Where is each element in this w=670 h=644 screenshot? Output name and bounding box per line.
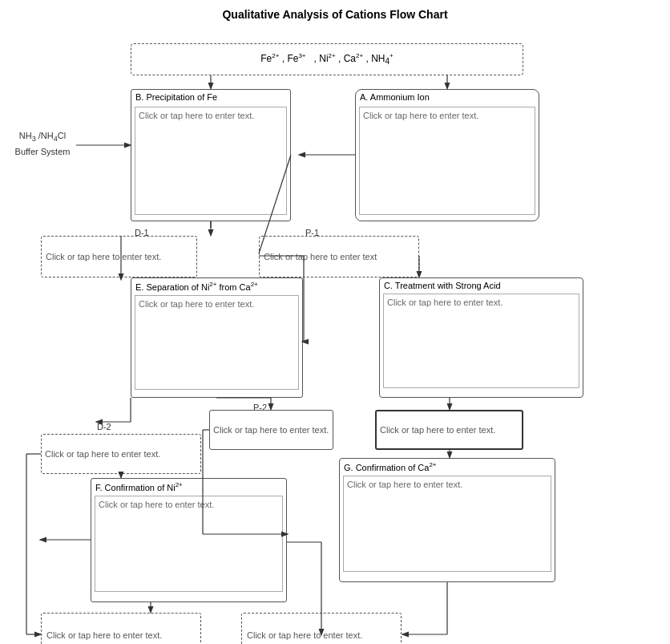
box-P2-right[interactable]: Click or tap here to enter text. — [375, 410, 523, 450]
box-A-content[interactable]: Click or tap here to enter text. — [359, 107, 535, 215]
box-F-content[interactable]: Click or tap here to enter text. — [95, 496, 283, 592]
box-G: G. Confirmation of Ca2+ Click or tap her… — [339, 458, 555, 582]
box-B: B. Precipitation of Fe Click or tap here… — [131, 89, 291, 221]
ions-label: Fe2+ , Fe3+ , Ni2+ , Ca2+ , NH4+ — [254, 49, 399, 69]
box-P2-left[interactable]: Click or tap here to enter text. — [209, 410, 333, 450]
box-D1[interactable]: Click or tap here to enter text. — [41, 236, 197, 277]
box-E-title: E. Separation of Ni2+ from Ca2+ — [131, 278, 302, 294]
box-C: C. Treatment with Strong Acid Click or t… — [379, 277, 583, 398]
box-F-title: F. Confirmation of Ni2+ — [91, 479, 286, 494]
box-E-content[interactable]: Click or tap here to enter text. — [135, 295, 299, 390]
page: Qualitative Analysis of Cations Flow Cha… — [0, 0, 670, 644]
top-ions-container: Fe2+ , Fe3+ , Ni2+ , Ca2+ , NH4+ — [131, 43, 523, 75]
box-C-title: C. Treatment with Strong Acid — [380, 278, 583, 292]
box-bottom-right[interactable]: Click or tap here to enter text. — [241, 613, 402, 644]
box-bottom-left[interactable]: Click or tap here to enter text. — [41, 613, 201, 644]
flowchart: Fe2+ , Fe3+ , Ni2+ , Ca2+ , NH4+ NH3 /NH… — [10, 29, 660, 644]
box-A-title: A. Ammonium Ion — [356, 90, 539, 103]
box-B-content[interactable]: Click or tap here to enter text. — [135, 107, 287, 215]
box-C-content[interactable]: Click or tap here to enter text. — [383, 294, 579, 388]
box-D2[interactable]: Click or tap here to enter text. — [41, 434, 201, 474]
box-B-title: B. Precipitation of Fe — [131, 90, 290, 103]
box-G-content[interactable]: Click or tap here to enter text. — [343, 476, 551, 572]
box-F: F. Confirmation of Ni2+ Click or tap her… — [91, 478, 287, 602]
page-title: Qualitative Analysis of Cations Flow Cha… — [8, 8, 662, 21]
box-E: E. Separation of Ni2+ from Ca2+ Click or… — [131, 277, 303, 398]
box-P1[interactable]: Click or tap here to enter text — [259, 236, 419, 277]
D2-label: D-2 — [97, 422, 111, 431]
box-G-title: G. Confirmation of Ca2+ — [340, 459, 555, 474]
buffer-label: NH3 /NH4ClBuffer System — [10, 129, 75, 158]
box-A: A. Ammonium Ion Click or tap here to ent… — [355, 89, 539, 221]
